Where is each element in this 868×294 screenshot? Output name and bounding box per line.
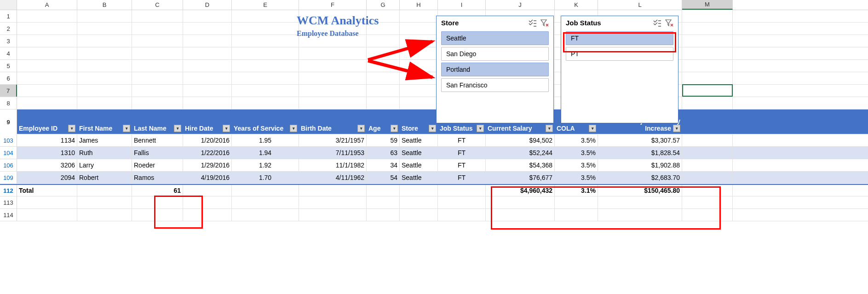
cell[interactable]: Fallis (132, 147, 183, 159)
cell[interactable] (400, 97, 438, 109)
total-cell[interactable]: $150,465.80 (598, 185, 682, 196)
cell[interactable]: 3.5% (555, 134, 598, 146)
cell[interactable] (555, 196, 598, 208)
cell[interactable] (299, 97, 367, 109)
cell[interactable] (438, 196, 486, 208)
filter-dropdown-icon[interactable]: ▾ (673, 125, 680, 132)
filter-dropdown-icon[interactable]: ▾ (123, 125, 130, 132)
cell[interactable]: $2,683.70 (598, 172, 682, 184)
cell[interactable] (555, 209, 598, 221)
cell[interactable]: 34 (367, 159, 400, 171)
row-header[interactable]: 7 (0, 85, 17, 97)
col-header-M[interactable]: M (682, 0, 733, 10)
col-header-J[interactable]: J (486, 0, 555, 10)
slicer-job-item-0[interactable]: FT (566, 31, 673, 45)
cell[interactable] (77, 72, 132, 84)
cell[interactable] (77, 209, 132, 221)
cell[interactable] (367, 60, 400, 72)
filter-dropdown-icon[interactable]: ▾ (546, 125, 553, 132)
cell[interactable] (682, 35, 733, 47)
filter-dropdown-icon[interactable]: ▾ (223, 125, 230, 132)
cell[interactable] (400, 209, 438, 221)
col-header-I[interactable]: I (438, 0, 486, 10)
cell[interactable] (682, 209, 733, 221)
filter-dropdown-icon[interactable]: ▾ (477, 125, 484, 132)
row-header[interactable]: 8 (0, 97, 17, 109)
cell[interactable] (299, 196, 367, 208)
cell[interactable] (682, 60, 733, 72)
cell[interactable] (367, 196, 400, 208)
cell[interactable]: 3.5% (555, 172, 598, 184)
col-header-D[interactable]: D (183, 0, 232, 10)
cell[interactable] (232, 72, 299, 84)
cell[interactable] (598, 209, 682, 221)
total-cell[interactable] (438, 185, 486, 196)
row-header[interactable]: 109 (0, 172, 17, 184)
cell[interactable]: 1.70 (232, 172, 299, 184)
table-header-D[interactable]: Hire Date▾ (183, 110, 232, 134)
cell[interactable] (17, 60, 77, 72)
cell[interactable]: FT (438, 172, 486, 184)
cell[interactable] (17, 196, 77, 208)
cell[interactable]: FT (438, 147, 486, 159)
cell[interactable] (299, 209, 367, 221)
cell[interactable] (400, 35, 438, 47)
cell[interactable] (400, 60, 438, 72)
cell[interactable] (486, 209, 555, 221)
cell[interactable] (682, 97, 733, 109)
cell[interactable] (77, 23, 132, 35)
cell[interactable] (183, 72, 232, 84)
cell[interactable] (183, 10, 232, 22)
row-header[interactable]: 3 (0, 35, 17, 47)
row-header[interactable]: 112 (0, 185, 17, 196)
cell[interactable]: FT (438, 134, 486, 146)
cell[interactable] (17, 97, 77, 109)
cell[interactable]: 1/22/2016 (183, 147, 232, 159)
cell[interactable] (682, 72, 733, 84)
cell[interactable] (400, 196, 438, 208)
row-header[interactable]: 6 (0, 72, 17, 84)
cell[interactable]: 11/1/1982 (299, 159, 367, 171)
slicer-store-item-0[interactable]: Seattle (441, 31, 549, 45)
filter-dropdown-icon[interactable]: ▾ (589, 125, 596, 132)
cell[interactable]: Larry (77, 159, 132, 171)
total-cell[interactable] (77, 185, 132, 196)
row-header[interactable]: 103 (0, 134, 17, 146)
cell[interactable] (682, 23, 733, 35)
cell[interactable] (77, 196, 132, 208)
total-cell[interactable]: Total (17, 185, 77, 196)
cell[interactable] (132, 72, 183, 84)
cell[interactable] (183, 196, 232, 208)
cell[interactable] (132, 60, 183, 72)
cell[interactable]: 1310 (17, 147, 77, 159)
row-header[interactable]: 1 (0, 10, 17, 22)
cell[interactable]: $76,677 (486, 172, 555, 184)
col-header-K[interactable]: K (555, 0, 598, 10)
cell[interactable] (367, 85, 400, 97)
cell[interactable] (682, 159, 733, 171)
cell[interactable] (132, 196, 183, 208)
cell[interactable] (682, 147, 733, 159)
slicer-job-status[interactable]: Job Status FTPT (561, 16, 678, 123)
cell[interactable]: 2094 (17, 172, 77, 184)
cell[interactable]: $52,244 (486, 147, 555, 159)
table-header-E[interactable]: Years of Service▾ (232, 110, 299, 134)
cell[interactable]: 4/11/1962 (299, 172, 367, 184)
cell[interactable]: Robert (77, 172, 132, 184)
table-header-F[interactable]: Birth Date▾ (299, 110, 367, 134)
cell[interactable] (400, 23, 438, 35)
cell[interactable] (17, 85, 77, 97)
cell[interactable] (367, 72, 400, 84)
cell[interactable] (17, 35, 77, 47)
cell[interactable]: 4/19/2016 (183, 172, 232, 184)
col-header-H[interactable]: H (400, 0, 438, 10)
cell[interactable] (367, 97, 400, 109)
cell[interactable] (598, 196, 682, 208)
cell[interactable]: 63 (367, 147, 400, 159)
cell[interactable]: 59 (367, 134, 400, 146)
cell[interactable]: Ruth (77, 147, 132, 159)
cell[interactable]: $94,502 (486, 134, 555, 146)
cell[interactable] (17, 10, 77, 22)
col-header-C[interactable]: C (132, 0, 183, 10)
cell[interactable] (682, 172, 733, 184)
